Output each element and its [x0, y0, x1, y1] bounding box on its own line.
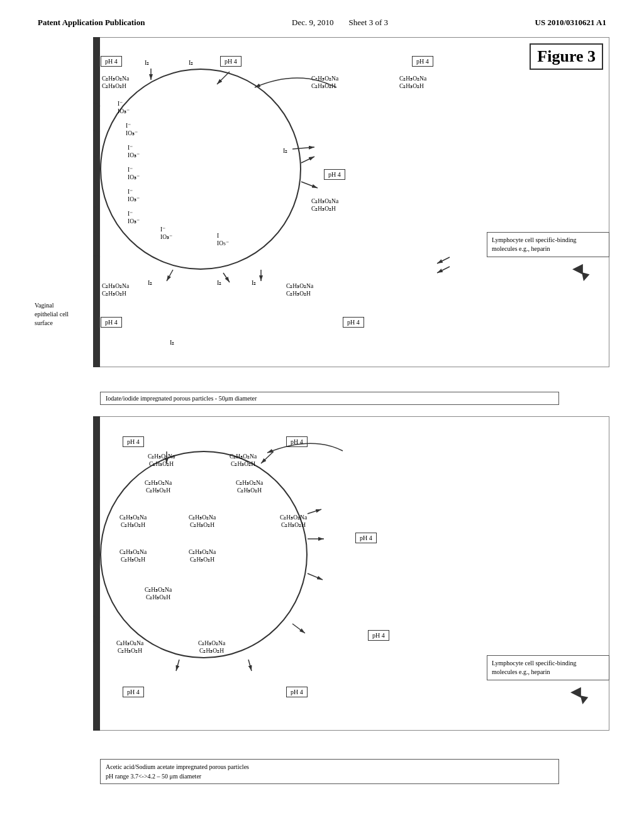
top-heparin-box: Lymphocyte cell specific-bindingmolecule… — [487, 232, 609, 257]
bottom-heparin-box: Lymphocyte cell specific-bindingmolecule… — [487, 655, 609, 680]
c2-1: C₂H₃O₂NaC₂H₃O₂H — [102, 75, 129, 91]
header-patent: US 2010/0310621 A1 — [535, 18, 606, 28]
io3-3: I⁻IO₃⁻ — [128, 144, 140, 160]
header-publication: Patent Application Publication — [38, 18, 145, 28]
vertical-bar-bottom — [93, 416, 100, 731]
bc2-9: C₂H₃O₂NaC₂H₃O₂H — [189, 548, 216, 564]
c2-6: C₂H₃O₂NaC₂H₃O₂H — [399, 75, 426, 91]
i2-7: I₂ — [170, 339, 174, 346]
bph4-5: pH 4 — [286, 687, 308, 697]
i2-1: I₂ — [145, 59, 149, 66]
bc2-1: C₂H₃O₂NaC₂H₃O₂H — [148, 453, 175, 468]
io3-2: I⁻IO₃⁻ — [126, 122, 138, 138]
io5: IIO₅⁻ — [217, 232, 229, 248]
bc2-2: C₂H₃O₂NaC₂H₃O₂H — [230, 453, 257, 468]
bph4-1: pH 4 — [123, 436, 144, 447]
i2-2: I₂ — [189, 59, 193, 66]
header-center: Dec. 9, 2010 Sheet 3 of 3 — [292, 18, 388, 28]
i2-6: I₂ — [252, 279, 256, 286]
i2-3: I₂ — [283, 147, 287, 154]
bc2-5: C₂H₃O₂NaC₂H₃O₂H — [119, 514, 147, 529]
io3-1: I⁻IO₃⁻ — [118, 100, 130, 116]
top-diagram-container: Vaginalepithelial cellsurface Figure 3 p… — [35, 37, 609, 411]
io3-6: I⁻IO₃⁻ — [128, 210, 140, 226]
header-date: Dec. 9, 2010 — [292, 18, 333, 28]
io3-5: I⁻IO₃⁻ — [128, 188, 140, 204]
io3-4: I⁻IO₃⁻ — [128, 166, 140, 182]
bc2-12: C₂H₃O₂NaC₂H₃O₂H — [198, 639, 225, 655]
bc2-10: C₂H₃O₂NaC₂H₃O₂H — [145, 586, 172, 602]
figure-label: Figure 3 — [530, 43, 603, 70]
c2-2: C₂H₃O₂NaC₂H₃O₂H — [311, 75, 338, 91]
bph4-4: pH 4 — [368, 630, 389, 641]
bc2-6: C₂H₃O₂NaC₂H₃O₂H — [189, 514, 216, 529]
i2-4: I₂ — [148, 279, 152, 286]
bottom-caption-box: Acetic acid/Sodium acetate impregnated p… — [100, 759, 559, 784]
c2-5: C₂H₃O₂NaC₂H₃O₂H — [286, 282, 313, 298]
ph4-box-6: pH 4 — [412, 56, 433, 67]
vaginal-label: Vaginalepithelial cellsurface — [35, 301, 91, 328]
ph4-box-1: pH 4 — [101, 56, 122, 67]
io3-7: I⁻IO₃⁻ — [160, 226, 172, 241]
page-header: Patent Application Publication Dec. 9, 2… — [0, 0, 644, 34]
c2-3: C₂H₃O₂NaC₂H₃O₂H — [311, 197, 338, 213]
ph4-box-5: pH 4 — [343, 317, 364, 328]
bc2-8: C₂H₃O₂NaC₂H₃O₂H — [119, 548, 147, 564]
vertical-bar-top — [93, 37, 100, 367]
ph4-box-4: pH 4 — [101, 317, 122, 328]
bottom-diagram-container: pH 4 pH 4 pH 4 pH 4 pH 4 pH 4 C₂H₃O₂NaC₂… — [35, 416, 609, 787]
c2-4: C₂H₃O₂NaC₂H₃O₂H — [102, 282, 129, 298]
i2-5: I₂ — [217, 279, 221, 286]
bph4-6: pH 4 — [123, 687, 144, 697]
bph4-3: pH 4 — [355, 533, 377, 543]
bc2-7: C₂H₃O₂NaC₂H₃O₂H — [280, 514, 307, 529]
bph4-2: pH 4 — [286, 436, 308, 447]
bc2-4: C₂H₃O₂NaC₂H₃O₂H — [236, 479, 263, 495]
header-sheet: Sheet 3 of 3 — [349, 18, 388, 28]
bc2-3: C₂H₃O₂NaC₂H₃O₂H — [145, 479, 172, 495]
ph4-box-3: pH 4 — [324, 169, 345, 180]
top-caption-box: Iodate/iodide impregnated porous particl… — [100, 392, 559, 405]
bc2-11: C₂H₃O₂NaC₂H₃O₂H — [116, 639, 143, 655]
ph4-box-2: pH 4 — [220, 56, 242, 67]
